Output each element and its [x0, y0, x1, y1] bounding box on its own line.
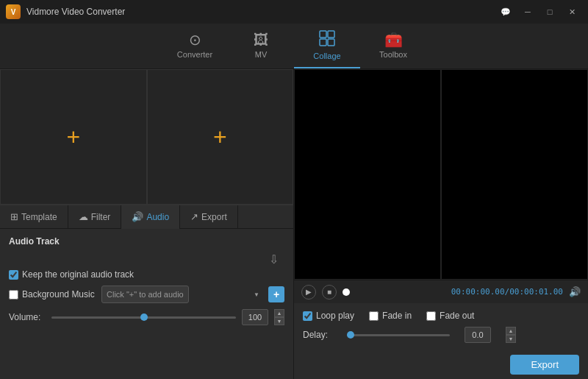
loop-play-label[interactable]: Loop play	[303, 311, 354, 321]
video-cell-2[interactable]: +	[147, 69, 294, 205]
collage-icon	[319, 30, 335, 49]
preview-area	[294, 69, 588, 280]
stop-button[interactable]: ■	[322, 285, 337, 300]
converter-label: Converter	[177, 50, 212, 59]
video-cell-1[interactable]: +	[0, 69, 147, 205]
delay-input[interactable]	[465, 327, 491, 343]
audio-select-wrapper: Click "+" to add audio	[101, 286, 264, 303]
options-row-1: Loop play Fade in Fade out	[303, 311, 579, 321]
fade-in-checkbox[interactable]	[369, 311, 379, 321]
progress-indicator[interactable]	[343, 288, 350, 296]
audio-track-title: Audio Track	[9, 236, 284, 247]
volume-spinners: ▲ ▼	[274, 309, 284, 325]
right-options: Loop play Fade in Fade out Delay: ▲ ▼	[294, 303, 588, 350]
app-title: Vidmore Video Converter	[26, 7, 495, 17]
mv-label: MV	[255, 50, 268, 59]
toolbox-label: Toolbox	[379, 50, 407, 59]
svg-rect-1	[328, 31, 334, 38]
loop-play-checkbox[interactable]	[303, 311, 312, 321]
keep-original-checkbox[interactable]	[9, 270, 18, 280]
converter-icon: ⊙	[189, 32, 201, 47]
audio-track-dropdown[interactable]: Click "+" to add audio	[101, 286, 189, 303]
volume-input[interactable]	[242, 309, 268, 325]
time-display: 00:00:00.00/00:00:01.00	[451, 287, 563, 297]
filter-icon: ☁	[79, 211, 88, 222]
svg-rect-3	[328, 39, 334, 46]
comment-btn[interactable]: 💬	[495, 4, 516, 20]
add-video-icon-1: +	[66, 125, 80, 149]
keep-original-row: Keep the original audio track	[9, 269, 284, 280]
tab-export[interactable]: ↗ Export	[180, 205, 238, 229]
minimize-btn[interactable]: ─	[517, 4, 538, 20]
window-controls: 💬 ─ □ ✕	[495, 4, 582, 20]
preview-right	[441, 69, 588, 280]
bg-music-checkbox[interactable]	[9, 290, 18, 300]
fade-out-label[interactable]: Fade out	[426, 311, 474, 321]
tab-mv[interactable]: 🖼 MV	[228, 24, 294, 68]
maximize-btn[interactable]: □	[539, 4, 560, 20]
volume-up-btn[interactable]: ▲	[274, 309, 284, 317]
add-audio-button[interactable]: +	[268, 286, 284, 302]
play-button[interactable]: ▶	[301, 285, 316, 300]
delay-slider[interactable]	[347, 334, 450, 336]
tab-audio[interactable]: 🔊 Audio	[121, 205, 180, 229]
fade-in-label[interactable]: Fade in	[369, 311, 412, 321]
tab-converter[interactable]: ⊙ Converter	[162, 24, 228, 68]
audio-icon: 🔊	[132, 211, 143, 222]
export-tab-label: Export	[201, 212, 227, 222]
video-grid: + +	[0, 69, 293, 205]
volume-slider[interactable]	[51, 316, 236, 319]
collage-label: Collage	[313, 52, 340, 60]
export-tab-icon: ↗	[190, 211, 198, 222]
tab-filter[interactable]: ☁ Filter	[68, 205, 122, 229]
delay-up-btn[interactable]: ▲	[506, 327, 516, 335]
add-video-icon-2: +	[213, 125, 227, 149]
tab-collage[interactable]: Collage	[294, 24, 360, 68]
background-music-row: Background Music Click "+" to add audio …	[9, 286, 284, 303]
volume-row: Volume: ▲ ▼	[9, 309, 284, 325]
volume-down-btn[interactable]: ▼	[274, 317, 284, 325]
audio-tab-label: Audio	[146, 212, 169, 222]
down-arrow-indicator: ⇩	[9, 252, 284, 266]
close-btn[interactable]: ✕	[562, 4, 582, 20]
delay-label: Delay:	[303, 330, 332, 340]
delay-spinners: ▲ ▼	[506, 327, 516, 343]
export-button[interactable]: Export	[510, 355, 579, 375]
left-panel: + + ⊞ Template ☁ Filter 🔊 Audio ↗ Export	[0, 69, 294, 379]
playback-bar: ▶ ■ 00:00:00.00/00:00:01.00 🔊	[294, 280, 588, 303]
tab-template[interactable]: ⊞ Template	[0, 205, 68, 229]
volume-label: Volume:	[9, 312, 46, 322]
speaker-icon[interactable]: 🔊	[569, 286, 581, 297]
template-icon: ⊞	[10, 211, 18, 222]
svg-rect-2	[320, 39, 326, 46]
mv-icon: 🖼	[254, 32, 268, 47]
options-row-2: Delay: ▲ ▼	[303, 327, 579, 343]
keep-original-label[interactable]: Keep the original audio track	[9, 269, 134, 280]
tab-toolbox[interactable]: 🧰 Toolbox	[360, 24, 426, 68]
preview-left	[294, 69, 441, 280]
toolbox-icon: 🧰	[384, 32, 403, 47]
template-tab-label: Template	[21, 212, 57, 222]
bg-music-label[interactable]: Background Music	[9, 289, 97, 300]
delay-down-btn[interactable]: ▼	[506, 335, 516, 343]
nav-bar: ⊙ Converter 🖼 MV Collage 🧰 Toolbox	[0, 24, 588, 69]
titlebar: V Vidmore Video Converter 💬 ─ □ ✕	[0, 0, 588, 24]
main-content: + + ⊞ Template ☁ Filter 🔊 Audio ↗ Export	[0, 69, 588, 379]
filter-tab-label: Filter	[91, 212, 111, 222]
right-panel: ▶ ■ 00:00:00.00/00:00:01.00 🔊 Loop play …	[294, 69, 588, 379]
svg-rect-0	[320, 31, 326, 38]
fade-out-checkbox[interactable]	[426, 311, 436, 321]
tab-bar: ⊞ Template ☁ Filter 🔊 Audio ↗ Export	[0, 205, 293, 229]
export-row: Export	[294, 350, 588, 379]
app-logo: V	[6, 4, 21, 19]
audio-panel: Audio Track ⇩ Keep the original audio tr…	[0, 229, 293, 379]
